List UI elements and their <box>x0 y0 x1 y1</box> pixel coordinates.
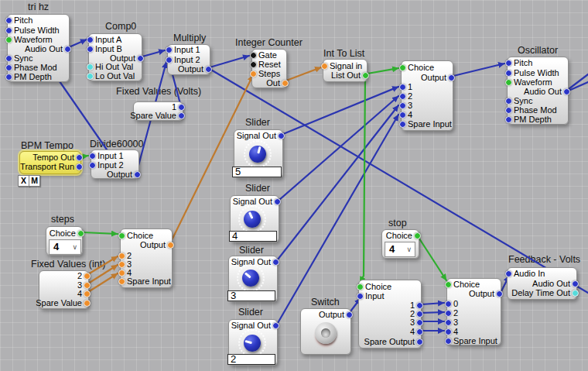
port-tri-hz-waveform[interactable] <box>5 36 12 43</box>
port-switch-output[interactable] <box>346 311 353 318</box>
port-choice-left-4[interactable] <box>118 270 125 277</box>
port-choice-demux-3[interactable] <box>416 319 423 326</box>
port-feedback-volts-audio-in[interactable] <box>505 270 512 277</box>
node-oscillator[interactable]: PitchPulse WidthWaveformAudio OutSyncPha… <box>507 57 569 125</box>
port-fixed-values-int-spare-value[interactable] <box>84 300 91 307</box>
port-choice-left-spare-input[interactable] <box>118 278 125 285</box>
port-choice-top-output[interactable] <box>448 74 455 81</box>
port-comp0-hi-out-val[interactable] <box>87 64 94 70</box>
port-choice-mux-output[interactable] <box>496 290 503 297</box>
port-choice-demux-1[interactable] <box>416 302 423 309</box>
port-choice-top-2[interactable] <box>399 93 406 100</box>
port-multiply-input-2[interactable] <box>166 57 173 64</box>
slider-knob[interactable] <box>242 270 259 287</box>
choice-dropdown-steps[interactable]: 4∨ <box>49 239 81 255</box>
port-choice-demux-2[interactable] <box>416 311 423 318</box>
port-tri-hz-audio-out[interactable] <box>64 46 71 53</box>
node-choice-mux[interactable]: ChoiceOutput0234Spare Input <box>446 278 501 345</box>
port-divide60000-output[interactable] <box>134 171 141 178</box>
choice-dropdown-stop[interactable]: 4∨ <box>385 242 415 257</box>
port-multiply-output[interactable] <box>205 66 212 73</box>
port-multiply-input-1[interactable] <box>166 46 173 53</box>
port-fixed-values-int-4[interactable] <box>84 290 91 297</box>
port-choice-mux-choice[interactable] <box>445 281 452 288</box>
port-oscillator-pm-depth[interactable] <box>505 116 512 123</box>
port-slider-2-signal-out[interactable] <box>274 198 281 205</box>
node-tri-hz[interactable]: PitchPulse WidthWaveformAudio OutSyncPha… <box>7 14 70 82</box>
node-slider-3[interactable]: Signal Out3 <box>228 256 278 302</box>
port-oscillator-phase-mod[interactable] <box>505 107 512 114</box>
port-integer-counter-reset[interactable] <box>250 61 257 68</box>
port-tri-hz-pitch[interactable] <box>5 17 12 24</box>
node-feedback-volts[interactable]: Audio InAudio OutDelay Time Out <box>507 267 577 300</box>
port-tri-hz-pulse-width[interactable] <box>5 27 12 34</box>
port-choice-mux-3[interactable] <box>445 319 452 326</box>
switch-toggle[interactable] <box>315 322 337 344</box>
node-divide60000[interactable]: Input 1Input 2Output <box>91 149 139 179</box>
port-slider-4-signal-out[interactable] <box>272 322 279 329</box>
node-fixed-values-int[interactable]: 234Spare Value <box>39 270 89 309</box>
port-steps-choice[interactable] <box>77 230 84 237</box>
port-choice-top-choice[interactable] <box>399 64 406 71</box>
port-oscillator-waveform[interactable] <box>505 79 512 86</box>
port-tri-hz-pm-depth[interactable] <box>5 74 12 81</box>
slider-knob[interactable] <box>244 211 261 228</box>
port-bpm-tempo-transport-run[interactable] <box>76 163 83 170</box>
port-oscillator-pitch[interactable] <box>505 60 512 67</box>
node-integer-counter[interactable]: GateResetStepsOut <box>251 49 287 88</box>
port-choice-top-1[interactable] <box>399 84 406 91</box>
x-button[interactable]: X <box>18 175 29 187</box>
port-choice-demux-input[interactable] <box>357 293 364 300</box>
port-choice-top-3[interactable] <box>399 102 406 109</box>
node-fixed-values-volts[interactable]: 1Spare Value <box>133 101 183 121</box>
node-switch[interactable]: Output <box>300 308 351 355</box>
slider-value-box[interactable]: 2 <box>227 354 275 365</box>
port-comp0-input-a[interactable] <box>87 36 94 43</box>
port-choice-demux-choice[interactable] <box>357 283 364 290</box>
patch-canvas[interactable]: tri hzComp0MultiplyInteger CounterFixed … <box>0 0 588 371</box>
port-oscillator-audio-out[interactable] <box>563 88 570 95</box>
port-fixed-values-int-2[interactable] <box>84 273 91 280</box>
port-comp0-input-b[interactable] <box>87 46 94 53</box>
port-fixed-values-volts-spare-value[interactable] <box>178 112 185 119</box>
port-integer-counter-gate[interactable] <box>250 52 257 59</box>
slider-knob[interactable] <box>244 335 261 352</box>
port-choice-mux-2[interactable] <box>445 310 452 317</box>
node-choice-left[interactable]: ChoiceOutput234Spare Input <box>120 228 173 288</box>
port-choice-demux-spare-output[interactable] <box>416 338 423 345</box>
node-slider-1[interactable]: Signal Out5 <box>234 129 283 178</box>
port-integer-counter-out[interactable] <box>282 80 289 87</box>
node-bpm-tempo[interactable]: Tempo OutTransport RunXM <box>19 151 81 174</box>
port-stop-choice[interactable] <box>414 232 421 239</box>
port-tri-hz-sync[interactable] <box>5 55 12 62</box>
port-fixed-values-int-3[interactable] <box>84 282 91 289</box>
port-tri-hz-phase-mod[interactable] <box>5 64 12 71</box>
port-slider-3-signal-out[interactable] <box>272 259 279 266</box>
port-int-to-list-signal-in[interactable] <box>321 63 328 70</box>
node-int-to-list[interactable]: Signal inList Out <box>323 59 368 82</box>
port-bpm-tempo-tempo-out[interactable] <box>76 154 83 161</box>
port-comp0-lo-out-val[interactable] <box>87 73 94 80</box>
port-choice-left-output[interactable] <box>167 242 174 249</box>
port-comp0-output[interactable] <box>137 55 144 62</box>
wire-green-20[interactable] <box>82 156 88 156</box>
port-choice-mux-0[interactable] <box>445 301 452 307</box>
port-integer-counter-steps[interactable] <box>250 70 257 77</box>
node-multiply[interactable]: Input 1Input 2Output <box>167 44 210 75</box>
port-feedback-volts-delay-time-out[interactable] <box>572 290 579 297</box>
port-choice-left-2[interactable] <box>118 252 125 259</box>
wire-blue-16[interactable] <box>422 312 444 313</box>
node-choice-demux[interactable]: ChoiceInput1234Spare Output <box>358 280 422 349</box>
port-divide60000-input-1[interactable] <box>89 153 96 160</box>
port-fixed-values-volts-1[interactable] <box>178 104 185 111</box>
port-choice-top-spare-input[interactable] <box>399 121 406 128</box>
port-choice-left-choice[interactable] <box>118 232 125 239</box>
node-slider-4[interactable]: Signal Out2 <box>228 319 278 366</box>
node-steps[interactable]: Choice4∨ <box>46 226 83 256</box>
port-choice-left-3[interactable] <box>118 261 125 268</box>
slider-value-box[interactable]: 4 <box>229 231 277 242</box>
port-choice-mux-4[interactable] <box>445 328 452 335</box>
slider-value-box[interactable]: 3 <box>227 290 275 301</box>
port-feedback-volts-audio-out[interactable] <box>572 280 579 287</box>
node-slider-2[interactable]: Signal Out4 <box>230 195 279 242</box>
